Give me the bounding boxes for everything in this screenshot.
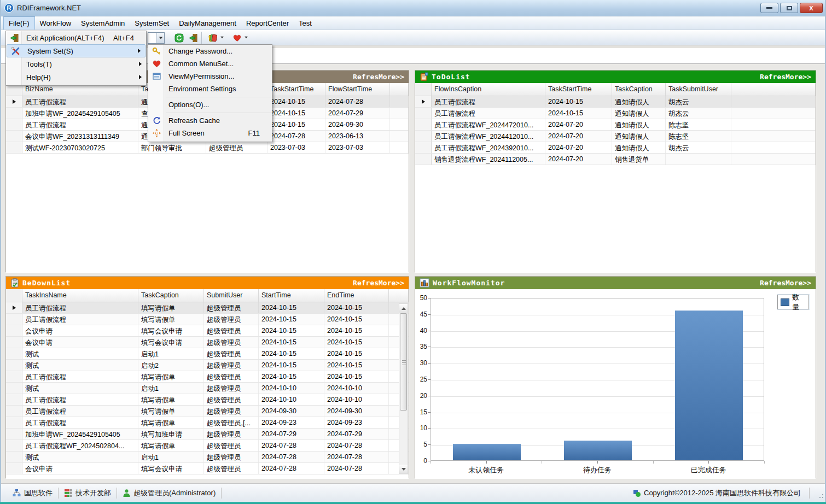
row-selector[interactable] <box>415 131 432 142</box>
toolbar-dropdown-arrow-icon[interactable] <box>220 36 224 39</box>
toolbar-dropdown-arrow-icon[interactable] <box>244 36 248 39</box>
row-selector[interactable] <box>6 394 22 405</box>
scrollbar-down-arrow-icon[interactable] <box>399 465 408 473</box>
submenu-item-changepassword[interactable]: Change Password... <box>148 45 272 57</box>
table-row[interactable]: 员工请假流程WF_2024502804...填写请假单超级管理员2024-07-… <box>6 440 409 452</box>
column-header[interactable]: TaskCaption <box>612 83 666 96</box>
menubar-item-workflow[interactable]: WorkFlow <box>35 16 77 30</box>
row-selector[interactable] <box>6 108 22 119</box>
toolbar-button-heart-icon[interactable] <box>232 33 242 43</box>
column-header[interactable]: TaskCaption <box>138 289 204 302</box>
table-row[interactable]: 员工请假流程2024-10-15通知请假人胡杰云 <box>415 96 816 108</box>
bedown-list-panel-refresh-more-link[interactable]: RefresMore>> <box>353 279 404 287</box>
menubar-item-systemadmin[interactable]: SystemAdmin <box>76 16 130 30</box>
menubar-item-dailymanagement[interactable]: DailyManagement <box>174 16 241 30</box>
row-selector[interactable] <box>415 96 432 107</box>
chart-bar-2[interactable] <box>564 441 632 460</box>
menubar-item-reportcenter[interactable]: ReportCenter <box>241 16 294 30</box>
todo-list-panel-refresh-more-link[interactable]: RefresMore>> <box>760 73 811 81</box>
row-selector[interactable] <box>6 440 22 451</box>
row-selector[interactable] <box>6 131 22 142</box>
row-selector[interactable] <box>6 119 22 130</box>
table-row[interactable]: 测试启动1超级管理员2024-10-152024-10-15 <box>6 348 409 360</box>
row-selector[interactable] <box>6 348 22 359</box>
table-row[interactable]: 员工请假流程WF_2024412010...2024-07-20通知请假人陈志坚 <box>415 131 816 142</box>
table-row[interactable]: 员工请假流程填写请假单超级管理员2024-10-152024-10-15 <box>6 302 409 314</box>
maximize-button[interactable] <box>780 3 798 13</box>
menu-item-systemsets[interactable]: System Set(S) <box>7 44 146 57</box>
row-selector[interactable] <box>6 302 22 313</box>
table-row[interactable]: 销售退货流程WF_2024112005...2024-07-20销售退货单 <box>415 154 816 165</box>
table-row[interactable]: 员工请假流程填写请假单超级管理员,[...2024-09-232024-09-2… <box>6 417 409 429</box>
table-row[interactable]: 会议申请填写会议申请超级管理员2024-07-282024-07-28 <box>6 463 409 474</box>
table-row[interactable]: 测试启动1超级管理员2024-07-282024-07-28 <box>6 452 409 463</box>
close-button[interactable]: X <box>800 3 823 13</box>
row-selector[interactable] <box>6 337 22 348</box>
table-row[interactable]: 会议申请填写会议申请超级管理员2024-10-152024-10-15 <box>6 337 409 348</box>
column-header[interactable]: TaskStartTime <box>545 83 612 96</box>
row-selector[interactable] <box>6 371 22 382</box>
row-selector[interactable] <box>6 429 22 439</box>
toolbar-button-green-sync-icon[interactable] <box>174 33 184 43</box>
minimize-button[interactable] <box>760 3 778 13</box>
row-selector[interactable] <box>415 154 432 165</box>
row-selector[interactable] <box>6 463 22 474</box>
table-row[interactable]: 加班申请WF_20245429105405填写加班申请超级管理员2024-07-… <box>6 429 409 440</box>
row-selector[interactable] <box>415 119 432 130</box>
row-selector[interactable] <box>6 314 22 325</box>
menu-item-helph[interactable]: Help(H) <box>6 71 146 84</box>
table-row[interactable]: 员工请假流程WF_2024472010...2024-07-20通知请假人陈志坚 <box>415 119 816 131</box>
submenu-item-viewmypermission[interactable]: ViewMyPermission... <box>148 70 272 83</box>
table-row[interactable]: 员工请假流程2024-10-15通知请假人胡杰云 <box>415 108 816 119</box>
menubar-item-test[interactable]: Test <box>294 16 317 30</box>
row-selector[interactable] <box>6 452 22 462</box>
row-selector[interactable] <box>6 383 22 394</box>
toolbar-combobox[interactable] <box>148 32 165 44</box>
row-selector[interactable] <box>6 406 22 417</box>
table-row[interactable]: 员工请假流程填写请假单超级管理员2024-10-152024-10-15 <box>6 371 409 383</box>
table-row[interactable]: 测试WF-20230703020725部门领导审批超级管理员2023-07-03… <box>6 142 409 154</box>
table-row[interactable]: 员工请假流程填写请假单超级管理员2024-09-302024-09-30 <box>6 406 409 417</box>
row-selector[interactable] <box>6 142 22 153</box>
table-row[interactable]: 员工请假流程填写请假单超级管理员2024-10-152024-10-15 <box>6 314 409 325</box>
submenu-item-optionso[interactable]: Options(O)... <box>148 98 272 111</box>
menubar-item-systemset[interactable]: SystemSet <box>130 16 174 30</box>
menu-item-toolst[interactable]: Tools(T) <box>6 57 146 71</box>
table-row[interactable]: 员工请假流程填写请假单超级管理员2024-10-102024-10-10 <box>6 394 409 406</box>
column-header[interactable]: EndTime <box>324 289 389 302</box>
chart-bar-1[interactable] <box>453 444 521 460</box>
resize-grip[interactable] <box>818 493 824 499</box>
scrollbar-up-arrow-icon[interactable] <box>399 304 408 313</box>
row-selector[interactable] <box>6 417 22 428</box>
scrollbar-thumb[interactable] <box>400 313 407 411</box>
row-selector[interactable] <box>415 142 432 153</box>
column-header[interactable]: FlowStartTime <box>325 83 390 96</box>
submenu-item-refreashcache[interactable]: Refreash Cache <box>148 114 272 127</box>
column-header[interactable]: TaskInsName <box>22 289 138 302</box>
row-selector[interactable] <box>6 96 22 107</box>
column-header[interactable]: StartTime <box>259 289 324 302</box>
row-selector[interactable] <box>6 325 22 336</box>
row-selector[interactable] <box>6 360 22 371</box>
vertical-scrollbar[interactable] <box>399 303 408 474</box>
combobox-dropdown-icon[interactable] <box>156 33 164 43</box>
table-row[interactable]: 测试启动2超级管理员2024-10-152024-10-15 <box>6 360 409 371</box>
row-selector[interactable] <box>415 108 432 119</box>
workflow-monitor-panel-refresh-more-link[interactable]: RefresMore>> <box>760 279 811 287</box>
column-header[interactable]: SubmitUser <box>204 289 259 302</box>
table-row[interactable]: 员工请假流程WF_2024392010...2024-07-20通知请假人胡杰云 <box>415 142 816 154</box>
flow-list-panel-refresh-more-link[interactable]: RefresMore>> <box>353 73 404 81</box>
column-header[interactable]: FlowInsCaption <box>432 83 545 96</box>
chart-bar-3[interactable] <box>675 310 743 460</box>
submenu-item-environmentsettings[interactable]: Environment Settings <box>148 83 272 95</box>
table-row[interactable]: 会议申请填写会议申请超级管理员2024-10-152024-10-15 <box>6 325 409 337</box>
menu-item-exitapplicationaltf[interactable]: Exit Application(ALT+F4)Alt+F4 <box>6 31 146 44</box>
table-row[interactable]: 测试启动1超级管理员2024-10-102024-10-10 <box>6 383 409 394</box>
toolbar-button-exit-door-icon[interactable] <box>188 33 198 43</box>
submenu-item-fullscreen[interactable]: Full ScreenF11 <box>148 127 272 139</box>
toolbar-button-tags-icon[interactable] <box>208 33 218 43</box>
submenu-item-commonmenuset[interactable]: Common MenuSet... <box>148 57 272 70</box>
column-header[interactable]: TaskSubmitUser <box>666 83 731 96</box>
column-header[interactable]: TaskStartTime <box>267 83 325 96</box>
menubar-item-filef[interactable]: File(F) <box>3 16 35 30</box>
